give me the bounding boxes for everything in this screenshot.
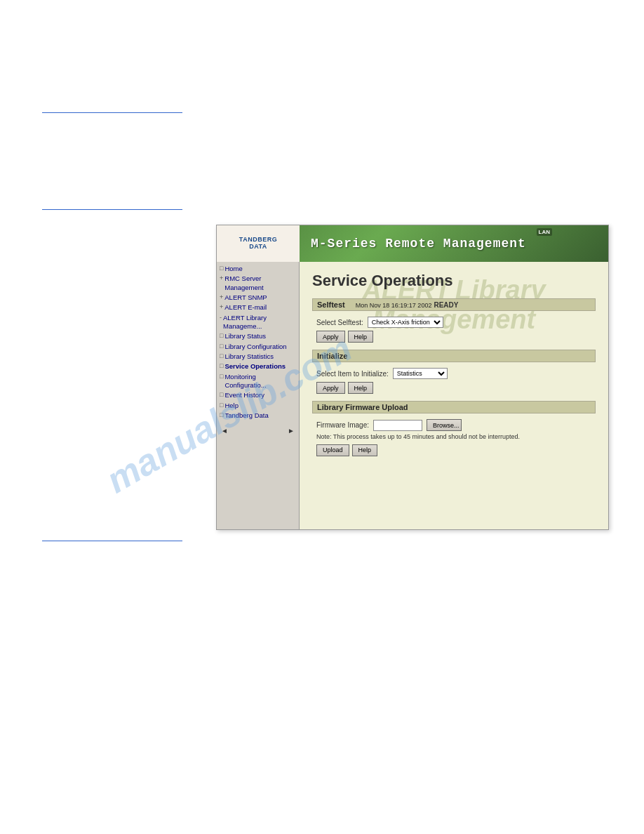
sidebar-item-rmc[interactable]: + RMC Server Management: [217, 274, 299, 293]
header-bar: TANDBERG DATA M-Series Remote Management…: [217, 225, 608, 262]
initialize-apply-button[interactable]: Apply: [316, 382, 345, 394]
sidebar-item-eh-label: Event History: [224, 391, 264, 399]
firmware-upload-button[interactable]: Upload: [316, 444, 349, 456]
sidebar-item-alert-snmp[interactable]: + ALERT SNMP: [217, 293, 299, 303]
main-area: □ Home + RMC Server Management + ALERT S…: [217, 262, 608, 529]
selftest-select[interactable]: Check X-Axis friction Check Y-Axis frict…: [368, 317, 443, 328]
decorative-line-3: [42, 541, 182, 541]
sidebar-item-snmp-label: ALERT SNMP: [224, 293, 267, 302]
initialize-content: Select Item to Initialize: Statistics Co…: [312, 365, 596, 401]
sidebar-item-library-config[interactable]: □ Library Configuration: [217, 342, 299, 352]
sidebar-item-home-label: Home: [224, 265, 242, 273]
firmware-browse-button[interactable]: Browse...: [427, 419, 462, 431]
decorative-line-1: [42, 112, 182, 113]
sidebar-item-sops-label: Service Operations: [224, 362, 286, 371]
help-prefix: □: [220, 402, 223, 410]
sidebar-item-event-history[interactable]: □ Event History: [217, 390, 299, 400]
sidebar-item-lstats-label: Library Statistics: [224, 352, 274, 361]
initialize-header: Initialize: [312, 350, 596, 362]
sidebar-item-lconfig-label: Library Configuration: [224, 343, 286, 351]
firmware-field-row: Firmware Image: Browse...: [316, 419, 591, 431]
sidebar-item-home[interactable]: □ Home: [217, 264, 299, 274]
selftest-datetime: Mon Nov 18 16:19:17 2002: [356, 302, 432, 309]
firmware-btn-row: Upload Help: [316, 444, 591, 456]
lstats-prefix: □: [220, 352, 223, 361]
initialize-select[interactable]: Statistics Configuration All: [393, 368, 448, 379]
lconfig-prefix: □: [220, 343, 223, 351]
firmware-input[interactable]: [373, 420, 422, 431]
initialize-field-label: Select Item to Initialize:: [316, 370, 389, 378]
firmware-note: Note: This process takes up to 45 minute…: [316, 433, 591, 442]
selftest-field-row: Select Selftest: Check X-Axis friction C…: [316, 317, 591, 328]
initialize-help-button[interactable]: Help: [348, 382, 374, 394]
firmware-section: Library Firmware Upload Firmware Image: …: [312, 401, 596, 463]
library-prefix: -: [220, 314, 222, 322]
content-body: Selftest Mon Nov 18 16:19:17 2002 READY …: [300, 296, 608, 466]
ui-window: TANDBERG DATA M-Series Remote Management…: [216, 225, 609, 530]
page-title: Service Operations: [300, 262, 608, 296]
content-panel: ALERT Library Management Service Operati…: [300, 262, 608, 529]
app-title: M-Series Remote Management: [300, 237, 526, 251]
initialize-section: Initialize Select Item to Initialize: St…: [312, 350, 596, 401]
sidebar-item-help-label: Help: [224, 402, 239, 410]
scroll-left-arrow[interactable]: ◄: [221, 427, 228, 435]
firmware-content: Firmware Image: Browse... Note: This pro…: [312, 416, 596, 463]
sidebar-item-library-label: ALERT Library Manageme...: [223, 314, 297, 331]
lan-badge: LAN: [537, 228, 552, 236]
sidebar-item-mon-label: Monitoring Configuratio...: [224, 373, 297, 390]
firmware-help-button[interactable]: Help: [352, 444, 378, 456]
selftest-field-label: Select Selftest:: [316, 319, 363, 326]
initialize-btn-row: Apply Help: [316, 382, 591, 394]
home-prefix: □: [220, 265, 223, 273]
mon-prefix: □: [220, 373, 223, 381]
sidebar-item-tandberg[interactable]: □ Tandberg Data: [217, 411, 299, 421]
snmp-prefix: +: [220, 293, 223, 302]
sidebar-item-rmc-label: RMC Server Management: [224, 274, 297, 292]
sidebar-item-tandberg-label: Tandberg Data: [224, 411, 268, 420]
logo-text: TANDBERG DATA: [239, 237, 277, 251]
email-prefix: +: [220, 303, 223, 312]
tdata-prefix: □: [220, 411, 223, 420]
scroll-right-arrow[interactable]: ►: [288, 427, 295, 435]
lstatus-prefix: □: [220, 332, 223, 340]
tandberg-logo: TANDBERG DATA: [217, 225, 300, 262]
sidebar-item-alert-email[interactable]: + ALERT E-mail: [217, 303, 299, 312]
sidebar-item-service-ops[interactable]: □ Service Operations: [217, 362, 299, 371]
sidebar: □ Home + RMC Server Management + ALERT S…: [217, 262, 300, 529]
sidebar-item-email-label: ALERT E-mail: [224, 303, 267, 312]
selftest-btn-row: Apply Help: [316, 331, 591, 343]
selftest-section: Selftest Mon Nov 18 16:19:17 2002 READY …: [312, 298, 596, 350]
selftest-content: Select Selftest: Check X-Axis friction C…: [312, 314, 596, 350]
sidebar-item-help[interactable]: □ Help: [217, 401, 299, 411]
sidebar-item-lstatus-label: Library Status: [224, 332, 266, 340]
rmc-prefix: +: [220, 274, 223, 283]
initialize-field-row: Select Item to Initialize: Statistics Co…: [316, 368, 591, 379]
selftest-help-button[interactable]: Help: [348, 331, 374, 343]
eh-prefix: □: [220, 391, 223, 399]
sidebar-item-monitoring[interactable]: □ Monitoring Configuratio...: [217, 372, 299, 391]
selftest-apply-button[interactable]: Apply: [316, 331, 345, 343]
sops-prefix: □: [220, 362, 223, 371]
decorative-line-2: [42, 209, 182, 210]
selftest-status: READY: [434, 301, 458, 309]
firmware-header: Library Firmware Upload: [312, 401, 596, 413]
sidebar-item-library-status[interactable]: □ Library Status: [217, 331, 299, 341]
firmware-field-label: Firmware Image:: [316, 421, 369, 429]
sidebar-item-alert-library[interactable]: - ALERT Library Manageme...: [217, 313, 299, 332]
selftest-header: Selftest Mon Nov 18 16:19:17 2002 READY: [312, 298, 596, 311]
sidebar-item-library-stats[interactable]: □ Library Statistics: [217, 352, 299, 362]
